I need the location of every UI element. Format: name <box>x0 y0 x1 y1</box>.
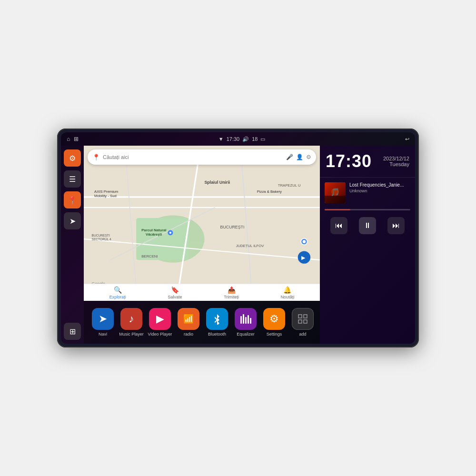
app-bluetooth[interactable]: Bluetooth <box>203 308 231 337</box>
status-right: ↩ <box>405 136 409 142</box>
music-player-icon: ♪ <box>120 308 142 330</box>
news-icon: 🔔 <box>283 286 291 294</box>
navi-label: Navi <box>99 332 107 337</box>
map-container[interactable]: Splaiul Unirii BUCUREȘTI JUDEȚUL ILFOV B… <box>84 146 320 301</box>
svg-rect-34 <box>298 315 302 318</box>
music-player-label: Music Player <box>119 332 144 337</box>
progress-bar-container[interactable] <box>325 209 410 210</box>
mic-icon[interactable]: 🎤 <box>286 154 293 160</box>
clock-area: 17:30 2023/12/12 Tuesday <box>320 146 415 178</box>
explore-label: Explorați <box>109 295 126 299</box>
prev-button[interactable]: ⏮ <box>330 217 347 234</box>
svg-text:Splaiul Unirii: Splaiul Unirii <box>205 180 230 185</box>
menu-icon: ☰ <box>69 175 76 184</box>
app-grid-bar: ➤ Navi ♪ Music Player ▶ Vid <box>84 301 320 344</box>
app-add[interactable]: add <box>288 308 317 337</box>
svg-text:SECTORUL 4: SECTORUL 4 <box>92 238 111 241</box>
svg-text:Văcărești: Văcărești <box>146 232 162 237</box>
apps-icon[interactable]: ⊞ <box>74 136 79 142</box>
svg-rect-40 <box>325 196 346 203</box>
bluetooth-svg <box>211 313 223 325</box>
explore-icon: 🔍 <box>114 286 122 294</box>
svg-text:BUCUREȘTI: BUCUREȘTI <box>92 234 110 238</box>
svg-text:AXIS Premium: AXIS Premium <box>94 189 119 194</box>
bluetooth-icon <box>206 308 228 330</box>
app-video-player[interactable]: ▶ Video Player <box>146 308 174 337</box>
svg-text:▶: ▶ <box>301 255 306 260</box>
map-svg: Splaiul Unirii BUCUREȘTI JUDEȚUL ILFOV B… <box>84 146 320 301</box>
status-center: ▼ 17:30 🔊 18 ▭ <box>218 136 266 142</box>
pause-button[interactable]: ⏸ <box>359 217 376 234</box>
map-nav-share[interactable]: 📤 Trimiteți <box>224 286 239 299</box>
svg-rect-32 <box>248 315 249 324</box>
map-icon: 📍 <box>68 196 77 205</box>
video-player-label: Video Player <box>148 332 172 337</box>
main-content: ⚙ ☰ 📍 ➤ ⊞ <box>61 146 415 344</box>
add-svg <box>297 313 308 325</box>
app-navi[interactable]: ➤ Navi <box>89 308 117 337</box>
clock-date-value: 2023/12/12 <box>383 156 409 161</box>
svg-point-18 <box>169 232 171 234</box>
svg-rect-35 <box>304 315 307 318</box>
status-left: ⌂ ⊞ <box>67 136 79 142</box>
battery-level: 18 <box>252 136 258 142</box>
sidebar-settings-button[interactable]: ⚙ <box>64 149 81 167</box>
add-label: add <box>299 332 306 337</box>
track-info: Lost Frequencies_Janie... Unknown <box>349 182 410 193</box>
next-button[interactable]: ⏭ <box>387 217 405 234</box>
map-nav-news[interactable]: 🔔 Noutăți <box>281 286 295 299</box>
navi-icon: ➤ <box>92 308 114 330</box>
svg-text:🎵: 🎵 <box>330 188 340 197</box>
track-artist: Unknown <box>349 188 410 193</box>
prev-icon: ⏮ <box>335 221 343 230</box>
home-icon[interactable]: ⌂ <box>67 136 70 142</box>
sidebar-menu-button[interactable]: ☰ <box>64 170 81 188</box>
svg-text:Pizza & Bakery: Pizza & Bakery <box>257 189 282 194</box>
clock-time: 17:30 <box>326 151 372 171</box>
news-label: Noutăți <box>281 295 295 299</box>
album-art: 🎵 <box>325 182 346 203</box>
clock-date: 2023/12/12 Tuesday <box>383 156 409 167</box>
sidebar-nav-button[interactable]: ➤ <box>64 212 81 229</box>
settings-label: Settings <box>267 332 282 337</box>
profile-icon[interactable]: 👤 <box>296 154 303 160</box>
equalizer-svg <box>239 313 252 325</box>
svg-text:Parcul Natural: Parcul Natural <box>141 228 166 232</box>
add-icon <box>292 308 314 330</box>
nav-icon: ➤ <box>69 217 76 226</box>
saved-label: Salvate <box>168 295 182 299</box>
settings-dots-icon[interactable]: ⚙ <box>306 154 311 160</box>
bluetooth-label: Bluetooth <box>208 332 226 337</box>
app-radio[interactable]: 📶 radio <box>174 308 203 337</box>
app-music-player[interactable]: ♪ Music Player <box>117 308 146 337</box>
radio-label: radio <box>184 332 193 337</box>
progress-bar-fill <box>325 209 350 210</box>
svg-rect-37 <box>304 320 307 323</box>
music-controls: ⏮ ⏸ ⏭ <box>325 213 410 238</box>
radio-icon: 📶 <box>178 308 199 330</box>
map-nav-saved[interactable]: 🔖 Salvate <box>168 286 182 299</box>
saved-icon: 🔖 <box>171 286 179 294</box>
svg-text:Mobility - Sud: Mobility - Sud <box>94 194 117 198</box>
svg-rect-0 <box>84 155 320 292</box>
back-icon[interactable]: ↩ <box>405 136 409 142</box>
pause-icon: ⏸ <box>364 221 371 230</box>
map-background: Splaiul Unirii BUCUREȘTI JUDEȚUL ILFOV B… <box>84 146 320 301</box>
device-screen: ⌂ ⊞ ▼ 17:30 🔊 18 ▭ ↩ ⚙ ☰ <box>61 132 415 344</box>
sidebar-map-button[interactable]: 📍 <box>64 191 81 208</box>
app-equalizer[interactable]: Equalizer <box>231 308 260 337</box>
center-area: Splaiul Unirii BUCUREȘTI JUDEȚUL ILFOV B… <box>84 146 320 344</box>
svg-text:BUCUREȘTI: BUCUREȘTI <box>220 225 245 229</box>
track-name: Lost Frequencies_Janie... <box>349 182 410 188</box>
map-nav-explore[interactable]: 🔍 Explorați <box>109 286 126 299</box>
share-icon: 📤 <box>228 286 236 294</box>
equalizer-icon <box>235 308 257 330</box>
volume-icon: 🔊 <box>242 136 249 142</box>
app-settings[interactable]: ⚙ Settings <box>260 308 288 337</box>
next-icon: ⏭ <box>392 221 400 230</box>
sidebar-grid-button[interactable]: ⊞ <box>64 323 81 340</box>
map-search-bar[interactable]: 📍 🎤 👤 ⚙ <box>88 149 316 165</box>
svg-text:JUDEȚUL ILFOV: JUDEȚUL ILFOV <box>236 244 265 248</box>
album-art-svg: 🎵 <box>325 182 346 203</box>
map-search-input[interactable] <box>103 154 283 160</box>
